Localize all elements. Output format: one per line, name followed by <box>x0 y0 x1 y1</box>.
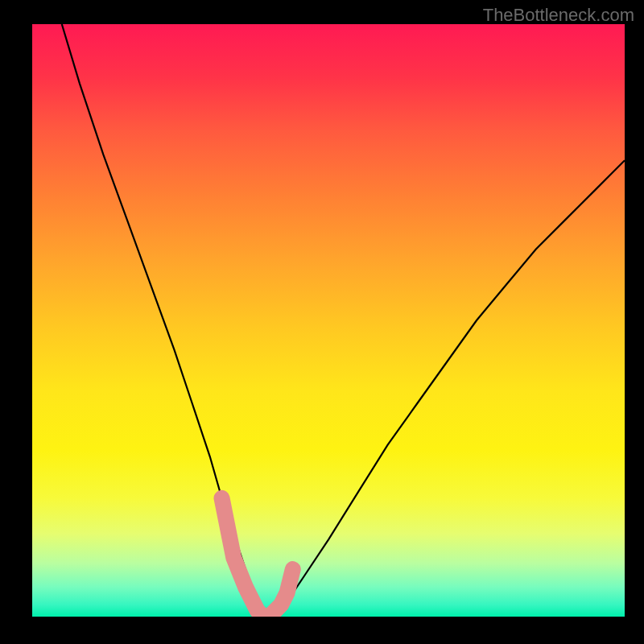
curve-layer <box>32 24 625 617</box>
sweet-spot-highlight <box>222 498 293 617</box>
bottleneck-curve <box>62 24 625 617</box>
watermark-label: TheBottleneck.com <box>483 5 634 26</box>
chart-plot-area <box>32 24 625 617</box>
